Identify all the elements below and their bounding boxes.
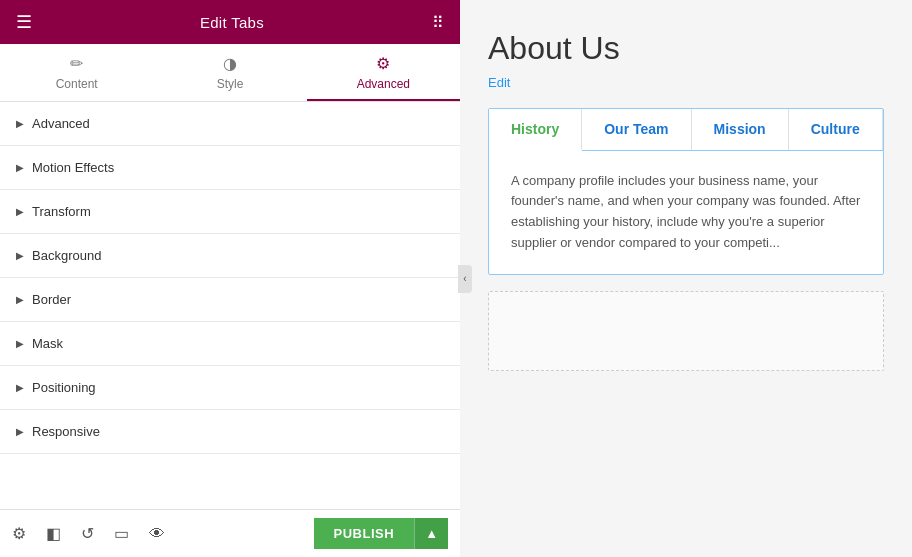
chevron-icon: ▶ bbox=[16, 118, 24, 129]
accordion-label-responsive: Responsive bbox=[32, 424, 100, 439]
chevron-icon: ▶ bbox=[16, 162, 24, 173]
accordion-header-border[interactable]: ▶ Border bbox=[0, 278, 460, 321]
accordion-header-advanced[interactable]: ▶ Advanced bbox=[0, 102, 460, 145]
chevron-icon: ▶ bbox=[16, 426, 24, 437]
tab-advanced[interactable]: ⚙ Advanced bbox=[307, 44, 460, 101]
chevron-icon: ▶ bbox=[16, 206, 24, 217]
accordion-label-background: Background bbox=[32, 248, 101, 263]
panel-title: Edit Tabs bbox=[200, 14, 264, 31]
accordion-label-advanced: Advanced bbox=[32, 116, 90, 131]
style-tab-label: Style bbox=[217, 77, 244, 91]
chevron-icon: ▶ bbox=[16, 338, 24, 349]
accordion-item-responsive: ▶ Responsive bbox=[0, 410, 460, 454]
accordion-header-background[interactable]: ▶ Background bbox=[0, 234, 460, 277]
top-bar: ☰ Edit Tabs ⠿ bbox=[0, 0, 460, 44]
panel-tabs-bar: ✏ Content ◑ Style ⚙ Advanced bbox=[0, 44, 460, 102]
accordion-item-advanced: ▶ Advanced bbox=[0, 102, 460, 146]
settings-icon[interactable]: ⚙ bbox=[12, 524, 26, 543]
accordion-label-transform: Transform bbox=[32, 204, 91, 219]
collapse-handle[interactable]: ‹ bbox=[458, 265, 472, 293]
left-panel: ☰ Edit Tabs ⠿ ✏ Content ◑ Style ⚙ Advanc… bbox=[0, 0, 460, 557]
toolbar-left: ⚙ ◧ ↺ ▭ 👁 bbox=[12, 524, 165, 543]
content-tab-label: Content bbox=[56, 77, 98, 91]
publish-button[interactable]: PUBLISH bbox=[314, 518, 415, 549]
menu-icon[interactable]: ☰ bbox=[16, 11, 32, 33]
accordion-header-positioning[interactable]: ▶ Positioning bbox=[0, 366, 460, 409]
publish-group: PUBLISH ▲ bbox=[314, 518, 448, 549]
right-panel: About Us Edit History Our Team Mission C… bbox=[460, 0, 912, 557]
accordion-label-positioning: Positioning bbox=[32, 380, 96, 395]
chevron-icon: ▶ bbox=[16, 250, 24, 261]
empty-widget-box bbox=[488, 291, 884, 371]
accordion-item-background: ▶ Background bbox=[0, 234, 460, 278]
accordion: ▶ Advanced ▶ Motion Effects ▶ Transform … bbox=[0, 102, 460, 509]
accordion-header-mask[interactable]: ▶ Mask bbox=[0, 322, 460, 365]
widget-tab-our-team[interactable]: Our Team bbox=[582, 109, 691, 150]
edit-link[interactable]: Edit bbox=[488, 75, 510, 90]
advanced-tab-icon: ⚙ bbox=[376, 54, 390, 73]
content-tab-icon: ✏ bbox=[70, 54, 83, 73]
widget-tab-history[interactable]: History bbox=[489, 109, 582, 151]
tab-content[interactable]: ✏ Content bbox=[0, 44, 153, 101]
bottom-toolbar: ⚙ ◧ ↺ ▭ 👁 PUBLISH ▲ bbox=[0, 509, 460, 557]
chevron-icon: ▶ bbox=[16, 382, 24, 393]
accordion-header-responsive[interactable]: ▶ Responsive bbox=[0, 410, 460, 453]
chevron-icon: ▶ bbox=[16, 294, 24, 305]
tabs-widget-content: A company profile includes your business… bbox=[489, 151, 883, 274]
widget-tab-mission[interactable]: Mission bbox=[692, 109, 789, 150]
grid-icon[interactable]: ⠿ bbox=[432, 13, 444, 32]
history-icon[interactable]: ↺ bbox=[81, 524, 94, 543]
responsive-icon[interactable]: ▭ bbox=[114, 524, 129, 543]
widget-tab-culture[interactable]: Culture bbox=[789, 109, 883, 150]
accordion-label-motion-effects: Motion Effects bbox=[32, 160, 114, 175]
accordion-header-transform[interactable]: ▶ Transform bbox=[0, 190, 460, 233]
accordion-item-mask: ▶ Mask bbox=[0, 322, 460, 366]
publish-dropdown-button[interactable]: ▲ bbox=[414, 518, 448, 549]
tab-style[interactable]: ◑ Style bbox=[153, 44, 306, 101]
preview-icon[interactable]: 👁 bbox=[149, 525, 165, 543]
accordion-item-motion-effects: ▶ Motion Effects bbox=[0, 146, 460, 190]
tabs-widget: History Our Team Mission Culture A compa… bbox=[488, 108, 884, 275]
advanced-tab-label: Advanced bbox=[357, 77, 410, 91]
accordion-item-positioning: ▶ Positioning bbox=[0, 366, 460, 410]
style-tab-icon: ◑ bbox=[223, 54, 237, 73]
tabs-widget-nav: History Our Team Mission Culture bbox=[489, 109, 883, 151]
accordion-label-border: Border bbox=[32, 292, 71, 307]
accordion-item-border: ▶ Border bbox=[0, 278, 460, 322]
layers-icon[interactable]: ◧ bbox=[46, 524, 61, 543]
accordion-header-motion-effects[interactable]: ▶ Motion Effects bbox=[0, 146, 460, 189]
accordion-item-transform: ▶ Transform bbox=[0, 190, 460, 234]
page-title: About Us bbox=[488, 30, 884, 67]
accordion-label-mask: Mask bbox=[32, 336, 63, 351]
